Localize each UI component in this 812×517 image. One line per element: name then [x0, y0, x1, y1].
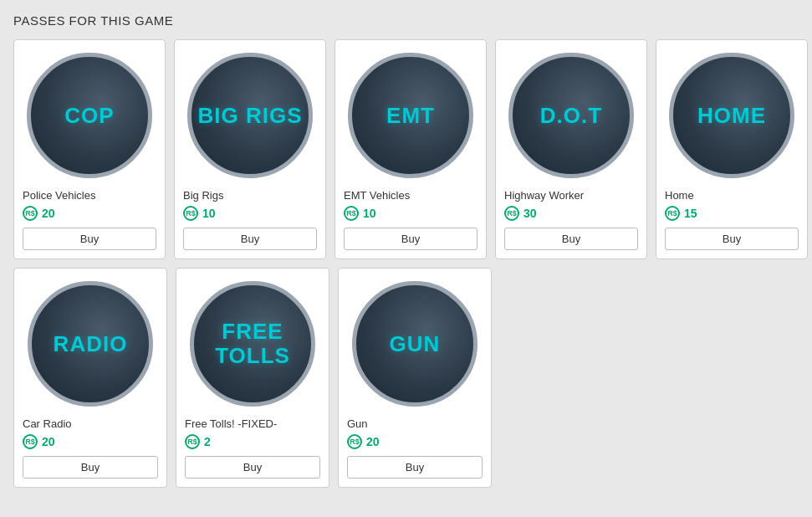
pass-icon-wrap-free-tolls: FREE TOLLS	[186, 277, 319, 411]
buy-button-home[interactable]: Buy	[665, 228, 799, 250]
pass-name-big-rigs: Big Rigs	[183, 189, 223, 202]
buy-button-dot[interactable]: Buy	[504, 228, 638, 250]
pass-card-radio: RADIOCar RadioR$20Buy	[13, 268, 167, 488]
pass-price-cop: R$20	[23, 206, 55, 221]
robux-icon-cop: R$	[23, 206, 38, 221]
pass-card-dot: D.O.THighway WorkerR$30Buy	[495, 39, 647, 259]
pass-name-emt: EMT Vehicles	[344, 189, 410, 202]
pass-icon-circle-emt: EMT	[348, 53, 473, 178]
pass-icon-wrap-cop: COP	[23, 49, 156, 182]
price-value-home: 15	[684, 207, 697, 220]
pass-icon-circle-home: HOME	[669, 53, 794, 178]
pass-icon-circle-radio: RADIO	[28, 281, 153, 407]
pass-icon-circle-cop: COP	[27, 53, 152, 178]
passes-row-1: COPPolice VehiclesR$20BuyBIG RIGSBig Rig…	[13, 39, 799, 259]
price-value-free-tolls: 2	[204, 435, 211, 448]
pass-card-big-rigs: BIG RIGSBig RigsR$10Buy	[174, 39, 326, 259]
robux-icon-radio: R$	[23, 434, 38, 449]
pass-icon-circle-dot: D.O.T	[508, 53, 634, 178]
pass-icon-circle-big-rigs: BIG RIGS	[187, 53, 313, 178]
pass-price-radio: R$20	[23, 434, 55, 449]
pass-icon-text-free-tolls: FREE TOLLS	[194, 320, 311, 367]
price-value-dot: 30	[523, 207, 537, 220]
robux-icon-emt: R$	[344, 206, 359, 221]
buy-button-free-tolls[interactable]: Buy	[185, 456, 320, 479]
pass-icon-wrap-emt: EMT	[344, 49, 477, 182]
buy-button-radio[interactable]: Buy	[23, 456, 158, 479]
pass-name-free-tolls: Free Tolls! -FIXED-	[185, 417, 277, 430]
pass-name-gun: Gun	[347, 417, 368, 430]
pass-price-emt: R$10	[344, 206, 376, 221]
buy-button-big-rigs[interactable]: Buy	[183, 228, 317, 250]
pass-card-cop: COPPolice VehiclesR$20Buy	[13, 39, 166, 259]
pass-name-dot: Highway Worker	[504, 189, 584, 202]
robux-icon-free-tolls: R$	[185, 434, 200, 449]
pass-icon-text-radio: RADIO	[54, 332, 128, 356]
pass-icon-wrap-home: HOME	[665, 49, 799, 182]
pass-icon-wrap-radio: RADIO	[23, 277, 157, 411]
buy-button-emt[interactable]: Buy	[344, 228, 477, 250]
pass-icon-text-gun: GUN	[390, 332, 441, 356]
pass-icon-wrap-big-rigs: BIG RIGS	[183, 49, 317, 182]
pass-name-radio: Car Radio	[23, 417, 72, 430]
pass-name-home: Home	[665, 189, 694, 202]
pass-icon-text-home: HOME	[697, 104, 766, 128]
passes-row-2: RADIOCar RadioR$20BuyFREE TOLLSFree Toll…	[13, 268, 799, 488]
pass-price-big-rigs: R$10	[183, 206, 216, 221]
robux-icon-home: R$	[665, 206, 680, 221]
robux-icon-dot: R$	[504, 206, 519, 221]
pass-icon-circle-free-tolls: FREE TOLLS	[190, 281, 315, 407]
pass-icon-wrap-dot: D.O.T	[504, 49, 638, 182]
page-title: PASSES FOR THIS GAME	[13, 13, 799, 28]
pass-name-cop: Police Vehicles	[23, 189, 95, 202]
price-value-cop: 20	[42, 207, 55, 220]
pass-card-gun: GUNGunR$20Buy	[338, 268, 492, 488]
buy-button-gun[interactable]: Buy	[347, 456, 483, 479]
pass-icon-text-dot: D.O.T	[540, 104, 602, 128]
robux-icon-gun: R$	[347, 434, 362, 449]
pass-icon-wrap-gun: GUN	[348, 277, 482, 411]
price-value-radio: 20	[42, 435, 55, 448]
pass-icon-text-cop: COP	[64, 104, 114, 128]
pass-price-dot: R$30	[504, 206, 537, 221]
pass-icon-text-emt: EMT	[386, 104, 435, 128]
pass-icon-circle-gun: GUN	[352, 281, 477, 407]
pass-price-free-tolls: R$2	[185, 434, 211, 449]
pass-card-home: HOMEHomeR$15Buy	[656, 39, 808, 259]
pass-price-home: R$15	[665, 206, 697, 221]
price-value-gun: 20	[366, 435, 380, 448]
pass-icon-text-big-rigs: BIG RIGS	[197, 104, 302, 128]
robux-icon-big-rigs: R$	[183, 206, 198, 221]
buy-button-cop[interactable]: Buy	[23, 228, 156, 250]
price-value-emt: 10	[363, 207, 376, 220]
pass-card-free-tolls: FREE TOLLSFree Tolls! -FIXED-R$2Buy	[176, 268, 329, 488]
passes-container: COPPolice VehiclesR$20BuyBIG RIGSBig Rig…	[13, 39, 799, 488]
pass-price-gun: R$20	[347, 434, 380, 449]
pass-card-emt: EMTEMT VehiclesR$10Buy	[335, 39, 487, 259]
price-value-big-rigs: 10	[202, 207, 216, 220]
